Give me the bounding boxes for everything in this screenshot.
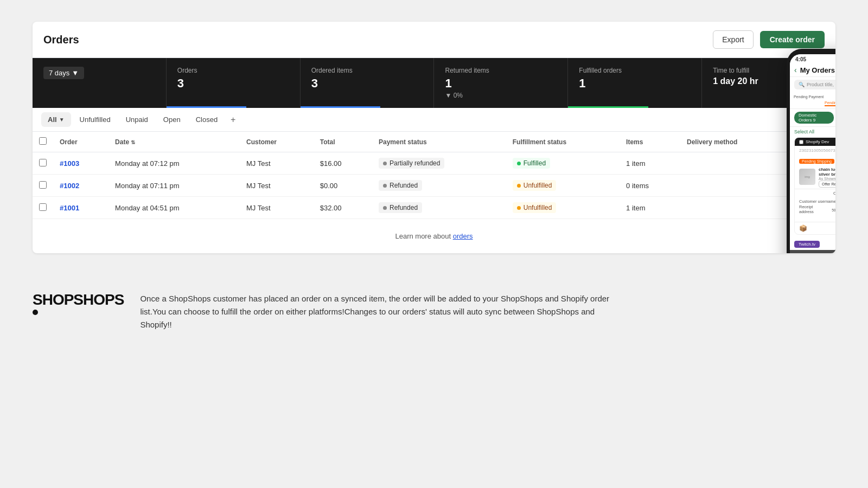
orders-value: 3 bbox=[177, 76, 289, 91]
col-payment-status: Payment status bbox=[372, 132, 506, 152]
add-tab-button[interactable]: + bbox=[226, 113, 240, 127]
days-badge[interactable]: 7 days ▼ bbox=[43, 67, 84, 79]
logo-area: SHOPSHOPS bbox=[33, 292, 124, 315]
logo-text: SHOPSHOPS bbox=[33, 292, 124, 307]
col-items: Items bbox=[620, 132, 680, 152]
row-checkbox[interactable] bbox=[39, 159, 47, 166]
row-payment-status: Refunded bbox=[372, 197, 506, 219]
row-checkbox-col[interactable] bbox=[33, 175, 53, 197]
select-all-label[interactable]: Select All bbox=[794, 129, 814, 135]
learn-more-section: Learn more about orders bbox=[33, 219, 835, 253]
twitch-area: Twitch.tv bbox=[790, 238, 835, 250]
header-actions: Export Create order bbox=[713, 30, 825, 49]
col-delivery: Delivery method bbox=[680, 132, 788, 152]
stat-orders: Orders 3 bbox=[167, 58, 301, 108]
row-delivery bbox=[680, 152, 788, 175]
phone-order-card-header: Shopify Dev bbox=[795, 138, 835, 146]
tab-unfulfilled[interactable]: Unfulfilled bbox=[73, 112, 117, 127]
stat-returned-items: Returned items 1 ▼ 0% bbox=[434, 58, 568, 108]
table-row[interactable]: #1003 Monday at 07:12 pm MJ Test $16.00 … bbox=[33, 152, 835, 175]
select-all-checkbox-col[interactable] bbox=[33, 132, 53, 152]
badge-dot bbox=[383, 184, 387, 188]
phone-order-id: 230231005056673 ⧉ bbox=[795, 146, 835, 155]
phone-order-amount: Order Amount: $ 34.84 bbox=[795, 189, 835, 197]
tab-unpaid[interactable]: Unpaid bbox=[119, 112, 155, 127]
table-row[interactable]: #1002 Monday at 07:11 pm MJ Test $0.00 R… bbox=[33, 175, 835, 197]
row-total: $0.00 bbox=[314, 175, 372, 197]
badge-dot bbox=[383, 206, 387, 210]
col-total: Total bbox=[314, 132, 372, 152]
phone-domestic-tab[interactable]: Domestic Orders 9 bbox=[794, 112, 834, 124]
order-link: #1003 bbox=[60, 159, 79, 168]
receipt-address-label: Receipt address bbox=[799, 204, 827, 220]
page-title: Orders bbox=[43, 34, 79, 46]
export-button[interactable]: Export bbox=[713, 30, 753, 49]
phone-ship-section: 📦 Ship bbox=[795, 222, 835, 234]
row-checkbox-col[interactable] bbox=[33, 197, 53, 219]
orders-label: Orders bbox=[177, 67, 289, 74]
orders-link[interactable]: orders bbox=[453, 232, 473, 240]
phone-product-info: chain luo sterling silver bracelet As Sh… bbox=[819, 167, 835, 187]
phone-tab-pending-payment[interactable]: Pending Payment bbox=[794, 94, 824, 106]
row-delivery bbox=[680, 175, 788, 197]
phone-customer-info: Customer username 123456789 Receipt addr… bbox=[795, 197, 835, 222]
chevron-down-icon: ▼ bbox=[59, 117, 65, 123]
description-text: Once a ShopShops customer has placed an … bbox=[140, 292, 628, 331]
row-fulfillment-status: Fulfilled bbox=[506, 152, 620, 175]
stats-bar: 7 days ▼ Orders 3 Ordered items 3 Return… bbox=[33, 58, 835, 108]
ordered-items-label: Ordered items bbox=[311, 67, 423, 74]
tab-all[interactable]: All ▼ bbox=[41, 112, 71, 127]
phone-select-all: Select All ☰ ⊞ bbox=[790, 127, 835, 137]
phone-back-button[interactable]: ‹ bbox=[794, 66, 797, 74]
chevron-down-icon: ▼ bbox=[72, 69, 79, 77]
phone-product-image: img bbox=[799, 169, 815, 185]
phone-tab-pending-shipping[interactable]: 12 Pending Shipping bbox=[825, 94, 835, 106]
order-card-checkbox[interactable] bbox=[799, 140, 803, 144]
row-checkbox[interactable] bbox=[39, 181, 47, 189]
row-order[interactable]: #1002 bbox=[53, 175, 108, 197]
row-order[interactable]: #1001 bbox=[53, 197, 108, 219]
col-customer: Customer bbox=[240, 132, 314, 152]
row-customer: MJ Test bbox=[240, 152, 314, 175]
phone-screen: 4:05 ▲▲▲ WiFi 🔋 ‹ My Orders 🔍 Product ti… bbox=[790, 54, 835, 253]
phone-status-tabs: Pending Payment 12 Pending Shipping Ship… bbox=[790, 92, 835, 109]
orders-card: Orders Export Create order 7 days ▼ Orde… bbox=[33, 22, 835, 253]
phone-pending-badge: Pending Shipping bbox=[795, 155, 835, 165]
receipt-address: MJ Test 12345678950 Ailor Plaza New York… bbox=[827, 204, 835, 220]
row-checkbox[interactable] bbox=[39, 203, 47, 211]
badge-dot bbox=[517, 206, 521, 210]
returned-items-label: Returned items bbox=[445, 67, 557, 74]
payment-status-badge: Refunded bbox=[379, 180, 422, 191]
phone-nav-bar: ‹ My Orders bbox=[790, 63, 835, 77]
phone-search-bar[interactable]: 🔍 Product title, Order number... bbox=[794, 80, 835, 89]
phone-status-bar: 4:05 ▲▲▲ WiFi 🔋 bbox=[790, 54, 835, 63]
phone-product-row: img chain luo sterling silver bracelet A… bbox=[795, 165, 835, 189]
orders-header: Orders Export Create order bbox=[33, 22, 835, 58]
phone-overlay: 4:05 ▲▲▲ WiFi 🔋 ‹ My Orders 🔍 Product ti… bbox=[787, 49, 835, 253]
tab-closed[interactable]: Closed bbox=[189, 112, 224, 127]
stat-days[interactable]: 7 days ▼ bbox=[33, 58, 167, 108]
select-all-checkbox[interactable] bbox=[39, 137, 47, 145]
filter-bar: All ▼ Unfulfilled Unpaid Open Closed + bbox=[33, 108, 835, 132]
row-fulfillment-status: Unfulfilled bbox=[506, 175, 620, 197]
col-date[interactable]: Date ⇅ bbox=[108, 132, 240, 152]
create-order-button[interactable]: Create order bbox=[760, 31, 825, 48]
offer-refund-button[interactable]: Offer Refund bbox=[819, 181, 835, 188]
tab-open[interactable]: Open bbox=[157, 112, 187, 127]
fulfilled-label: Fulfilled orders bbox=[579, 67, 691, 74]
badge-dot bbox=[517, 184, 521, 188]
sort-icon: ⇅ bbox=[131, 139, 135, 145]
phone-ship-button[interactable]: Ship bbox=[790, 250, 835, 253]
stat-ordered-items: Ordered items 3 bbox=[301, 58, 435, 108]
row-date: Monday at 07:11 pm bbox=[108, 175, 240, 197]
row-delivery bbox=[680, 197, 788, 219]
bottom-section: SHOPSHOPS Once a ShopShops customer has … bbox=[0, 275, 868, 349]
search-icon: 🔍 bbox=[799, 82, 805, 87]
row-order[interactable]: #1003 bbox=[53, 152, 108, 175]
stat-fulfilled-orders: Fulfilled orders 1 bbox=[568, 58, 702, 108]
row-checkbox-col[interactable] bbox=[33, 152, 53, 175]
table-row[interactable]: #1001 Monday at 04:51 pm MJ Test $32.00 … bbox=[33, 197, 835, 219]
tab-label: Pending Payment bbox=[794, 95, 824, 99]
row-payment-status: Partially refunded bbox=[372, 152, 506, 175]
returned-items-sub: ▼ 0% bbox=[445, 92, 557, 99]
